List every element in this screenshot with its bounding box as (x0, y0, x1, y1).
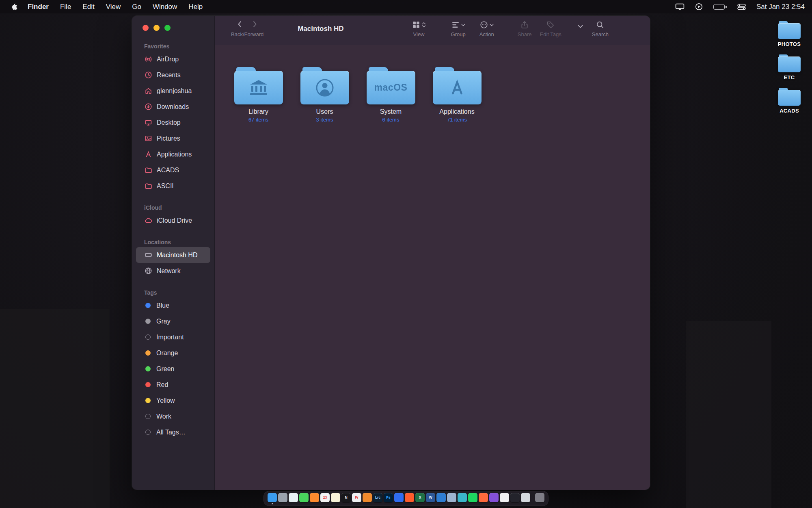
dock-whatsapp[interactable] (299, 493, 309, 502)
sidebar-item-network[interactable]: Network (136, 263, 210, 279)
group-button[interactable]: Group (451, 20, 466, 37)
sidebar-item-airdrop[interactable]: AirDrop (136, 51, 210, 67)
dock-calendar[interactable]: 23 (320, 493, 330, 502)
sidebar-item-recents[interactable]: Recents (136, 67, 210, 83)
zoom-button[interactable] (164, 25, 171, 31)
dock-word[interactable]: W (426, 493, 435, 502)
home-icon (144, 87, 152, 95)
folder-users[interactable]: Users 3 items (292, 67, 358, 123)
sidebar-item-acads[interactable]: ACADS (136, 162, 210, 178)
sidebar-item-macintosh-hd[interactable]: Macintosh HD (136, 247, 210, 263)
screen-mirroring-icon[interactable] (675, 3, 685, 11)
dock-app-7[interactable] (458, 493, 467, 502)
action-button[interactable]: Action (479, 20, 494, 37)
toolbar-overflow-chevron[interactable] (578, 22, 583, 30)
battery-icon[interactable] (713, 4, 727, 10)
sidebar-tag-blue[interactable]: Blue (136, 297, 210, 313)
menu-clock[interactable]: Sat Jan 23 2:54 (756, 3, 805, 11)
minimize-button[interactable] (153, 25, 160, 31)
menu-app-name[interactable]: Finder (28, 3, 49, 11)
dock-app-5[interactable] (436, 493, 446, 502)
sidebar-item-label: Blue (156, 302, 169, 309)
close-button[interactable] (143, 25, 149, 31)
sidebar-item-label: Downloads (157, 103, 189, 111)
window-title: Macintosh HD (298, 25, 343, 33)
macos-badge: macOS (374, 82, 408, 93)
sidebar-item-icloud-drive[interactable]: iCloud Drive (136, 213, 210, 228)
sidebar-item-downloads[interactable]: Downloads (136, 99, 210, 115)
apple-menu-icon[interactable] (11, 2, 19, 11)
dock-photoshop[interactable]: Ps (384, 493, 393, 502)
dock-app-10[interactable] (500, 493, 509, 502)
sidebar-item-applications[interactable]: Applications (136, 146, 210, 162)
sidebar-tag-work[interactable]: Work (136, 408, 210, 424)
dock-lightroom-classic[interactable]: Lrc (373, 493, 382, 502)
folder-library[interactable]: Library 67 items (225, 67, 292, 123)
ellipsis-circle-icon (480, 21, 488, 29)
tag-dot-all (145, 430, 151, 435)
menu-item-window[interactable]: Window (153, 3, 177, 11)
sidebar: Favorites AirDrop Recents glennjoshua Do… (132, 16, 215, 490)
search-button[interactable]: Search (592, 20, 609, 37)
folder-applications[interactable]: Applications 71 items (424, 67, 490, 123)
dock-firefox[interactable] (310, 493, 319, 502)
folder-item-count[interactable]: 6 items (382, 117, 400, 123)
share-button[interactable]: Share (518, 20, 532, 37)
folder-item-count[interactable]: 3 items (316, 117, 333, 123)
back-button[interactable] (237, 20, 242, 30)
desktop-folder-acads[interactable]: ACADS (778, 88, 801, 114)
menu-item-view[interactable]: View (106, 3, 121, 11)
dock-app-8[interactable] (479, 493, 488, 502)
sidebar-tag-yellow[interactable]: Yellow (136, 393, 210, 408)
sidebar-tag-important[interactable]: Important (136, 329, 210, 345)
dock-app-12[interactable] (521, 493, 530, 502)
menu-item-file[interactable]: File (60, 3, 71, 11)
cloud-icon (144, 217, 152, 225)
section-title-locations: Locations (132, 239, 214, 247)
dock-app-2[interactable]: Fr (352, 493, 361, 502)
sidebar-tag-red[interactable]: Red (136, 377, 210, 393)
user-glyph-icon (315, 78, 334, 97)
folder-item-count[interactable]: 71 items (447, 117, 467, 123)
sidebar-tag-gray[interactable]: Gray (136, 313, 210, 329)
dock-notion[interactable]: N (341, 493, 351, 502)
sidebar-item-home[interactable]: glennjoshua (136, 83, 210, 99)
folder-name: Users (316, 108, 333, 115)
menu-item-go[interactable]: Go (132, 3, 141, 11)
sidebar-item-desktop[interactable]: Desktop (136, 115, 210, 130)
dock-spotify[interactable] (468, 493, 477, 502)
sidebar-item-label: Red (156, 381, 168, 389)
dock-trash[interactable] (535, 493, 544, 502)
dock-app-9[interactable] (489, 493, 499, 502)
folder-icon (300, 67, 349, 104)
edit-tags-button[interactable]: Edit Tags (540, 20, 561, 37)
dock-excel[interactable]: X (415, 493, 425, 502)
forward-button[interactable] (253, 20, 257, 30)
dock-finder[interactable] (268, 493, 277, 502)
sidebar-item-ascii[interactable]: ASCII (136, 178, 210, 194)
dock-firefox-2[interactable] (405, 493, 414, 502)
menu-item-edit[interactable]: Edit (82, 3, 94, 11)
sidebar-item-label: ASCII (157, 182, 174, 190)
menu-item-help[interactable]: Help (188, 3, 203, 11)
now-playing-icon[interactable] (695, 3, 703, 11)
dock-app-3[interactable] (363, 493, 372, 502)
sidebar-item-pictures[interactable]: Pictures (136, 130, 210, 146)
dock-notes[interactable] (331, 493, 340, 502)
desktop-folder-label: ETC (784, 74, 795, 80)
sidebar-tag-orange[interactable]: Orange (136, 345, 210, 361)
dock-app-1[interactable] (289, 493, 298, 502)
sidebar-all-tags[interactable]: All Tags… (136, 424, 210, 440)
dock-settings[interactable] (278, 493, 287, 502)
desktop-folder-photos[interactable]: PHOTOS (778, 21, 801, 47)
desktop-icons: PHOTOS ETC ACADS (770, 21, 809, 114)
dock-app-11[interactable] (510, 493, 520, 502)
control-center-icon[interactable] (737, 4, 746, 10)
folder-system[interactable]: macOS System 6 items (358, 67, 424, 123)
dock-app-6[interactable] (447, 493, 456, 502)
dock-app-4[interactable] (394, 493, 404, 502)
view-button[interactable]: View (412, 20, 426, 37)
folder-item-count[interactable]: 67 items (248, 117, 268, 123)
desktop-folder-etc[interactable]: ETC (778, 54, 801, 80)
sidebar-tag-green[interactable]: Green (136, 361, 210, 377)
